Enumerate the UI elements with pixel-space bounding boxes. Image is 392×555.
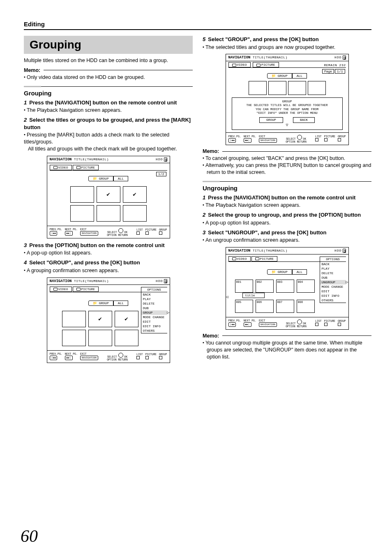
memo-list-2: To cancel grouping, select "BACK" and pr…	[203, 155, 371, 176]
figure-nav-checkmarks: NAVIGATION TITLE(THUMBNAIL) HDD VIDEO PI…	[47, 156, 170, 238]
ungroup-step-2-note: A pop-up option list appears.	[203, 220, 371, 227]
memo-list-3: You cannot ungroup multiple groups at th…	[203, 340, 371, 361]
header-rule	[24, 29, 371, 30]
ungroup-step-3-note: An ungroup confirmation screen appears.	[203, 237, 371, 244]
ungroup-step-1-note: The Playback Navigation screen appears.	[203, 202, 371, 209]
step-3-note: A pop-up option list appears.	[24, 250, 193, 257]
memo-heading-3: Memo:	[203, 333, 371, 339]
step-2-note2: All titles and groups with the check mar…	[28, 146, 193, 153]
section-header: Editing	[24, 21, 371, 28]
page-title: Grouping	[24, 36, 193, 54]
step-3: 3Press the [OPTION] button on the remote…	[24, 242, 193, 249]
step-2: 2Select the titles or groups to be group…	[24, 116, 193, 131]
subsection-heading: Grouping	[24, 90, 193, 97]
options-panel: OPTIONS BACK PLAY DELETE DUB GROUP▷ MODE…	[141, 287, 167, 333]
memo-list: Only video data stored on the HDD can be…	[24, 74, 193, 81]
figure-nav-options-group: NAVIGATION TITLE(THUMBNAIL) HDD VIDEO PI…	[47, 278, 170, 363]
step-2-note: Pressing the [MARK] button adds a check …	[24, 132, 193, 146]
step-5-note: The selected titles and groups are now g…	[203, 44, 371, 51]
ungroup-step-2: 2Select the group to ungroup, and press …	[203, 211, 371, 219]
section-separator	[203, 181, 371, 182]
ungroup-step-3: 3Select "UNGROUP", and press the [OK] bu…	[203, 229, 371, 236]
memo-heading: Memo:	[24, 67, 193, 73]
memo-heading-2: Memo:	[203, 148, 371, 154]
options-panel-ungroup: OPTIONS BACK PLAY DELETE DUB UNGROUP▷ MO…	[320, 257, 346, 303]
memo-label: Memo:	[24, 67, 42, 73]
step-4: 4Select "GROUP", and press the [OK] butt…	[24, 259, 193, 266]
memo-item: You cannot ungroup multiple groups at th…	[203, 340, 371, 361]
page-number: 60	[21, 526, 38, 546]
ungroup-step-1: 1Press the [NAVIGATION] button on the re…	[203, 194, 371, 201]
section-separator	[24, 86, 193, 87]
memo-item: Only video data stored on the HDD can be…	[24, 74, 193, 81]
step-5: 5Select "GROUP", and press the [OK] butt…	[203, 36, 371, 43]
intro-text: Multiple titles stored on the HDD can be…	[24, 57, 193, 64]
memo-item: To cancel grouping, select "BACK" and pr…	[203, 155, 371, 162]
step-1-note: The Playback Navigation screen appears.	[24, 107, 193, 114]
step-1: 1Press the [NAVIGATION] button on the re…	[24, 99, 193, 106]
memo-item: Alternatively, you can press the [RETURN…	[203, 162, 371, 176]
subsection-heading-ungrouping: Ungrouping	[203, 185, 371, 192]
step-4-note: A grouping confirmation screen appears.	[24, 267, 193, 274]
figure-group-dialog: NAVIGATION TITLE(THUMBNAIL) HDD VIDEO PI…	[226, 54, 349, 145]
figure-nav-options-ungroup: NAVIGATION TITLE(THUMBNAIL) HDD VIDEO PI…	[226, 247, 349, 330]
